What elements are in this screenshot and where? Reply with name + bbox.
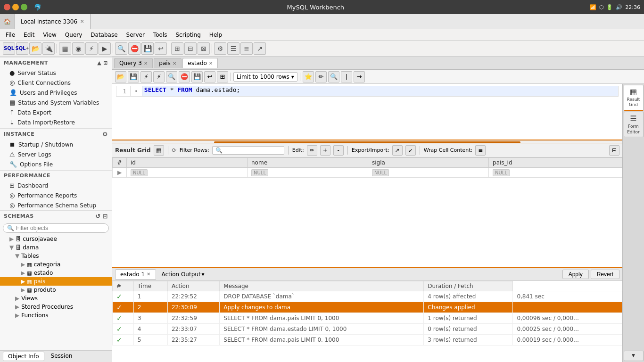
toolbar-layout2-btn[interactable]: ⊠: [198, 42, 210, 55]
qt-commit-btn[interactable]: 💾: [191, 71, 203, 82]
schema-dama[interactable]: ▼ 🗄 dama: [0, 243, 112, 252]
sql-line[interactable]: SELECT * FROM dama.estado;: [142, 86, 618, 97]
toolbar-schema-btn[interactable]: ◉: [72, 42, 84, 55]
qt-toggle-btn[interactable]: ⊞: [217, 71, 228, 82]
cell-nome[interactable]: NULL: [248, 168, 368, 178]
toolbar-open-btn[interactable]: 📂: [29, 42, 41, 55]
qt-open-btn[interactable]: 📂: [115, 71, 126, 82]
result-grid-collapse-btn[interactable]: ⊟: [609, 145, 619, 156]
menu-help[interactable]: Help: [206, 31, 226, 39]
toolbar-reconnect-btn[interactable]: 🔌: [42, 42, 55, 55]
qt-rollback-btn[interactable]: ↩: [204, 71, 215, 82]
result-grid-icon-btn[interactable]: ▦: [154, 145, 164, 156]
cell-sigla[interactable]: NULL: [368, 168, 489, 178]
cell-pais-id[interactable]: NULL: [489, 168, 622, 178]
qt-context-btn[interactable]: |: [341, 71, 352, 82]
toolbar-table-btn[interactable]: ▦: [59, 42, 71, 55]
qt-bookmark-btn[interactable]: ⭐: [303, 71, 314, 82]
output-row-3[interactable]: ✓ 3 22:32:59 SELECT * FROM dama.pais LIM…: [113, 313, 622, 324]
functions-group[interactable]: ▶ Functions: [0, 311, 112, 320]
output-row-2[interactable]: ✓ 2 22:30:09 Apply changes to dama Chang…: [113, 302, 622, 313]
table-produto[interactable]: ▶ ▦ produto: [0, 286, 112, 294]
qt-beautify-btn[interactable]: ✏: [315, 71, 327, 82]
sidebar-item-startup-shutdown[interactable]: ⏹ Startup / Shutdown: [0, 140, 112, 149]
query-tab-estado[interactable]: estado ✕: [182, 58, 218, 68]
query-tab-query3[interactable]: Query 3 ✕: [114, 58, 153, 68]
rp-expand-icon[interactable]: ▼: [624, 351, 644, 361]
toolbar-procedure-btn[interactable]: ▶: [99, 42, 111, 55]
rp-result-grid-btn[interactable]: ▦ ResultGrid: [624, 85, 644, 111]
menu-database[interactable]: Database: [87, 31, 121, 39]
rp-expand-btn[interactable]: ▼: [624, 351, 644, 361]
revert-button[interactable]: Revert: [591, 270, 619, 279]
sidebar-item-status-variables[interactable]: ▤ Status and System Variables: [0, 98, 112, 107]
menu-query[interactable]: Query: [61, 31, 86, 39]
home-button[interactable]: 🏠: [0, 14, 15, 29]
qt-more-btn[interactable]: →: [354, 71, 365, 82]
toolbar-rows-btn[interactable]: ≡: [240, 42, 253, 55]
toolbar-settings-btn[interactable]: ⚙: [214, 42, 226, 55]
export-btn[interactable]: ↗: [392, 145, 403, 156]
toolbar-sql-file-btn[interactable]: SQL: [3, 42, 15, 55]
sidebar-item-data-import[interactable]: ↓ Data Import/Restore: [0, 117, 112, 127]
maximize-button[interactable]: [21, 4, 27, 10]
sidebar-item-data-export[interactable]: ↑ Data Export: [0, 107, 112, 117]
qt-execute-btn[interactable]: ⚡: [140, 71, 152, 82]
table-categoria[interactable]: ▶ ▦ categoria: [0, 260, 112, 269]
instance-tab[interactable]: Local instance 3306 ✕: [15, 14, 91, 29]
sidebar-item-server-logs[interactable]: ⚠ Server Logs: [0, 149, 112, 159]
query-tab-estado-close[interactable]: ✕: [209, 61, 213, 66]
collapse-icon[interactable]: ▲: [97, 60, 101, 66]
query-tab-pais-close[interactable]: ✕: [173, 61, 176, 66]
menu-scripting[interactable]: Scripting: [172, 31, 204, 39]
window-controls[interactable]: [4, 4, 27, 10]
sidebar-item-options-file[interactable]: 🔧 Options File: [0, 159, 112, 169]
toolbar-search-btn[interactable]: 🔍: [115, 42, 127, 55]
query-tab-query3-close[interactable]: ✕: [144, 61, 148, 66]
toolbar-columns-btn[interactable]: ☰: [227, 42, 239, 55]
output-row-1[interactable]: ✓ 1 22:29:52 DROP DATABASE `dama` 4 row(…: [113, 291, 622, 302]
limit-rows-select[interactable]: Limit to 1000 rows ▾: [233, 72, 297, 82]
sidebar-item-users-privileges[interactable]: 👤 Users and Privileges: [0, 88, 112, 98]
schemas-header-icons[interactable]: ↺ ⊡: [95, 213, 108, 220]
menu-view[interactable]: View: [39, 31, 60, 39]
tab-object-info[interactable]: Object Info: [3, 352, 44, 361]
import-btn[interactable]: ↙: [405, 145, 416, 156]
tab-session[interactable]: Session: [46, 352, 77, 361]
output-row-4[interactable]: ✓ 4 22:33:07 SELECT * FROM dama.estado L…: [113, 324, 622, 335]
qt-explain-btn[interactable]: 🔍: [166, 71, 177, 82]
toolbar-commit-btn[interactable]: 💾: [141, 42, 154, 55]
cell-id[interactable]: NULL: [127, 168, 248, 178]
filter-input[interactable]: [16, 225, 82, 231]
edit-btn-1[interactable]: ✏: [307, 145, 317, 156]
filter-rows-input[interactable]: [224, 147, 281, 154]
minimize-button[interactable]: [12, 4, 19, 10]
edit-btn-3[interactable]: -: [333, 145, 344, 156]
toolbar-stop-btn[interactable]: ⛔: [128, 42, 140, 55]
menu-tools[interactable]: Tools: [149, 31, 171, 39]
action-output-dropdown[interactable]: Action Output ▾: [162, 271, 205, 278]
schema-cursojavaee[interactable]: ▶ 🗄 cursojavaee: [0, 235, 112, 243]
sidebar-item-server-status[interactable]: ● Server Status: [0, 68, 112, 78]
sidebar-item-perf-schema[interactable]: ◎ Performance Schema Setup: [0, 200, 112, 210]
menu-server[interactable]: Server: [123, 31, 149, 39]
toolbar-new-sql-btn[interactable]: SQL+: [16, 42, 28, 55]
sidebar-item-performance-reports[interactable]: ◎ Performance Reports: [0, 190, 112, 200]
output-tab-estado1[interactable]: estado 1 ✕: [115, 269, 156, 280]
sidebar-item-dashboard[interactable]: ⊞ Dashboard: [0, 181, 112, 190]
wrap-cell-btn[interactable]: ≡: [475, 145, 486, 156]
rp-form-editor-btn[interactable]: ☰ FormEditor: [624, 112, 644, 137]
instance-tab-close[interactable]: ✕: [80, 19, 84, 24]
views-group[interactable]: ▶ Views: [0, 294, 112, 303]
schemas-refresh-icon[interactable]: ↺: [95, 213, 100, 220]
menu-edit[interactable]: Edit: [20, 31, 38, 39]
output-row-5[interactable]: ✓ 5 22:35:27 SELECT * FROM dama.pais LIM…: [113, 335, 622, 346]
menu-file[interactable]: File: [2, 31, 19, 39]
sql-editor[interactable]: 1 • SELECT * FROM dama.estado;: [112, 84, 622, 140]
toolbar-rollback-btn[interactable]: ↩: [155, 42, 167, 55]
stored-procedures-group[interactable]: ▶ Stored Procedures: [0, 303, 112, 311]
apply-button[interactable]: Apply: [562, 270, 589, 279]
table-row[interactable]: ▶ NULL NULL NULL NULL: [113, 168, 622, 178]
qt-save-btn[interactable]: 💾: [128, 71, 139, 82]
tables-group[interactable]: ▼ Tables: [0, 252, 112, 260]
